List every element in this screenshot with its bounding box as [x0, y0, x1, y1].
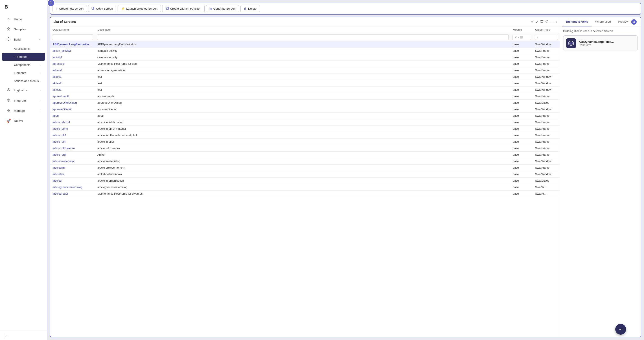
sidebar-item-logicalize[interactable]: Logicalize ›	[2, 85, 45, 95]
cell-name[interactable]: approveOfferDialog	[50, 100, 95, 106]
filter-icon[interactable]	[530, 19, 534, 24]
panel-subtitle: Building Blocks used in selected Screen	[563, 29, 638, 33]
build-icon	[6, 37, 11, 42]
cell-name[interactable]: articlegroupcreatedialog	[50, 184, 95, 191]
tab-where-used[interactable]: Where used	[592, 17, 614, 26]
cell-name[interactable]: approveOfferW	[50, 106, 95, 113]
table-row[interactable]: adressfadress in organisationbaseSwatFra…	[50, 67, 560, 74]
sidebar-item-integrate[interactable]: Integrate ›	[2, 96, 45, 106]
cell-name[interactable]: adressf	[50, 67, 95, 74]
tab-preview[interactable]: Preview	[614, 17, 632, 26]
filter-module-arrow[interactable]: ▾	[518, 36, 519, 39]
table-row[interactable]: articlecrmfarticle browser for crmbaseSw…	[50, 165, 560, 171]
table-row[interactable]: akdev1testbaseSwatWindow	[50, 74, 560, 80]
table-row[interactable]: article_allcrmfall articelfields unitedb…	[50, 119, 560, 126]
sidebar-item-deliver[interactable]: 🚀 Deliver ›	[2, 116, 45, 126]
cell-name[interactable]: apptf	[50, 113, 95, 119]
table-row[interactable]: action_activityfcampain activitybaseSwat…	[50, 48, 560, 54]
table-row[interactable]: article_ofr1article in offer with text a…	[50, 132, 560, 139]
sidebar-item-samples[interactable]: Samples	[2, 24, 45, 34]
cell-type: SwatFrame	[533, 165, 560, 171]
filter-type-select[interactable]: ▾	[535, 35, 558, 40]
sidebar-item-manage[interactable]: ⚙ Manage ›	[2, 106, 45, 116]
cell-name[interactable]: article_allcrmf	[50, 119, 95, 126]
sidebar-item-build[interactable]: Build ▾	[2, 34, 45, 44]
refresh-icon[interactable]	[545, 20, 548, 24]
sidebar-item-applications[interactable]: Applications	[2, 45, 45, 53]
sidebar-item-actions[interactable]: Actions and Menus ›	[2, 77, 45, 85]
table-row[interactable]: articlegroupfMaintenance PosFrame for dw…	[50, 191, 560, 197]
fab-button[interactable]: ···	[615, 324, 626, 335]
filter-desc-input[interactable]	[97, 34, 509, 40]
cell-name[interactable]: article_ofrf	[50, 139, 95, 145]
launch-screen-button[interactable]: ⚡ Launch selected Screen	[118, 5, 161, 12]
generate-screen-button[interactable]: ⊞ Generate Screen	[206, 5, 239, 12]
table-row[interactable]: article_ofrf_webroarticle_ofrf_webrobase…	[50, 145, 560, 152]
check-icon[interactable]: ✓	[536, 20, 538, 24]
sidebar-label-actions: Actions and Menus	[14, 79, 39, 83]
cell-name[interactable]: akdev2	[50, 80, 95, 87]
cell-name[interactable]: article_ofrf_webro	[50, 145, 95, 152]
table-row[interactable]: appointmentfappointmentsbaseSwatFrame	[50, 93, 560, 100]
building-block-card[interactable]: ABIDynamicLangFields... SwatForm	[563, 35, 638, 51]
copy-screen-button[interactable]: Copy Screen	[88, 5, 116, 12]
cell-name[interactable]: aktest1	[50, 87, 95, 93]
col-header-name: Object Name	[50, 26, 95, 33]
table-row[interactable]: articlegarticle in organisationbaseSwatD…	[50, 178, 560, 184]
table-row[interactable]: articlegroupcreatedialogarticlegroupcrea…	[50, 184, 560, 191]
cell-name[interactable]: appointmentf	[50, 93, 95, 100]
table-row[interactable]: article_bomfarticle in bill of materialb…	[50, 126, 560, 132]
sidebar-item-elements[interactable]: Elements ›	[2, 69, 45, 77]
sidebar-label-samples: Samples	[14, 27, 26, 31]
delete-button[interactable]: 🗑 Delete	[240, 5, 260, 12]
cell-name[interactable]: adressesf	[50, 61, 95, 67]
trash-icon[interactable]	[540, 20, 544, 24]
cell-module: base	[510, 100, 533, 106]
right-panel-content: Building Blocks used in selected Screen …	[560, 26, 641, 337]
cell-name[interactable]: activityf	[50, 54, 95, 61]
table-row[interactable]: article_ofrfarticle in offerbaseSwatFram…	[50, 139, 560, 145]
sidebar-item-home[interactable]: ⌂ Home	[2, 14, 45, 24]
cell-name[interactable]: article_orgf	[50, 152, 95, 158]
table-row[interactable]: activityfcampain activitybaseSwatFrame	[50, 54, 560, 61]
cell-name[interactable]: article_bomf	[50, 126, 95, 132]
filter-name-input[interactable]	[52, 34, 93, 40]
collapse-panel-icon[interactable]: ‹	[556, 20, 557, 24]
sidebar-collapse-btn[interactable]: |←	[0, 331, 47, 340]
cell-name[interactable]: articlefaw	[50, 171, 95, 178]
table-row[interactable]: article_orgfArtikelbaseSwatFrame	[50, 152, 560, 158]
cell-description: article in bill of material	[95, 126, 510, 132]
cell-name[interactable]: ABIDynamicLangFieldsWindow	[50, 41, 95, 48]
cell-name[interactable]: articleg	[50, 178, 95, 184]
cell-name[interactable]: articlecrmf	[50, 165, 95, 171]
create-screen-button[interactable]: + Create new screen	[52, 5, 87, 12]
table-row[interactable]: approveOfferWapproveOfferWbaseSwatWindow	[50, 106, 560, 113]
filter-module-select[interactable]: ✕ ▾	[512, 35, 531, 40]
sidebar-label-elements: Elements	[14, 71, 26, 75]
table-row[interactable]: ABIDynamicLangFieldsWindowABIDynamicLang…	[50, 41, 560, 48]
table-row[interactable]: aktest1testbaseSwatWindow	[50, 87, 560, 93]
cell-name[interactable]: action_activityf	[50, 48, 95, 54]
table-row[interactable]: articlecreatedialogarticlecreatedialogba…	[50, 158, 560, 165]
create-launch-button[interactable]: Create Launch Function	[162, 5, 205, 12]
table-row[interactable]: articlefawartikel-detailwindowbaseSwatWi…	[50, 171, 560, 178]
sidebar-item-components[interactable]: Components ›	[2, 61, 45, 69]
cell-module: base	[510, 119, 533, 126]
cell-name[interactable]: articlecreatedialog	[50, 158, 95, 165]
more-icon[interactable]: ⋯	[550, 20, 554, 24]
cell-name[interactable]: articlegroupf	[50, 191, 95, 197]
tab-building-blocks[interactable]: Building Blocks	[562, 17, 592, 26]
sidebar-item-screens[interactable]: ▪ Screens	[2, 53, 45, 61]
svg-rect-12	[166, 8, 168, 9]
table-row[interactable]: akdev2testbaseSwatWindow	[50, 80, 560, 87]
filter-type-arrow[interactable]: ▾	[537, 36, 538, 39]
table-row[interactable]: adressesfMaintenance PosFrame for dadrba…	[50, 61, 560, 67]
svg-rect-2	[7, 29, 8, 30]
cell-name[interactable]: article_ofr1	[50, 132, 95, 139]
filter-module-clear[interactable]: ✕	[515, 36, 517, 39]
cell-module: base	[510, 74, 533, 80]
table-row[interactable]: approveOfferDialogapproveOfferDialogbase…	[50, 100, 560, 106]
cell-name[interactable]: akdev1	[50, 74, 95, 80]
table-row[interactable]: apptfapptfbaseSwatFrame	[50, 113, 560, 119]
cell-module: base	[510, 132, 533, 139]
